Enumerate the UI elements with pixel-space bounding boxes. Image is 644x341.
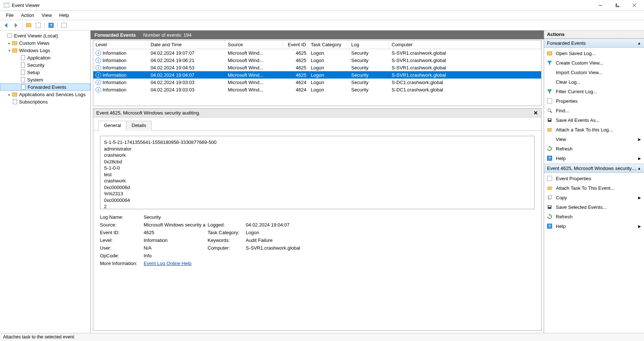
- window-title: Event Viewer: [12, 3, 40, 8]
- col-eventid[interactable]: Event ID: [283, 40, 309, 49]
- info-icon: i: [96, 80, 101, 85]
- tree-log-setup[interactable]: Setup: [0, 69, 90, 76]
- action-item[interactable]: ?Help▶: [544, 153, 644, 163]
- tree-subscriptions[interactable]: Subscriptions: [0, 98, 90, 105]
- action-item[interactable]: Save All Events As...: [544, 115, 644, 125]
- event-detail-panel: Event 4625, Microsoft Windows security a…: [93, 108, 542, 331]
- action-group-forwarded[interactable]: Forwarded Events ▲: [544, 39, 644, 48]
- info-icon: i: [96, 58, 101, 63]
- event-log-online-help-link[interactable]: Event Log Online Help: [144, 261, 191, 266]
- properties-button[interactable]: [34, 21, 42, 29]
- table-row[interactable]: iInformation04.02.2024 19:06:21Microsoft…: [93, 57, 541, 64]
- table-row[interactable]: iInformation04.02.2024 19:04:07Microsoft…: [93, 71, 541, 79]
- table-row[interactable]: iInformation04.02.2024 19:03:03Microsoft…: [93, 79, 541, 86]
- action-icon: [546, 136, 553, 142]
- menu-view[interactable]: View: [38, 11, 55, 19]
- action-icon: [546, 79, 553, 85]
- tab-general[interactable]: General: [98, 121, 126, 131]
- content-header-count: Number of events: 194: [143, 32, 192, 38]
- tree-log-forwarded[interactable]: Forwarded Events: [0, 83, 90, 91]
- svg-rect-10: [7, 34, 12, 37]
- content-header: Forwarded Events Number of events: 194: [91, 30, 544, 39]
- close-detail-icon[interactable]: ✕: [533, 110, 538, 116]
- action-item[interactable]: Open Saved Log...: [544, 48, 644, 58]
- tree-apps-services[interactable]: ▸ Applications and Services Logs: [0, 91, 90, 98]
- collapse-icon[interactable]: ▲: [637, 41, 641, 45]
- action-label: Copy: [556, 195, 567, 200]
- action-item[interactable]: Copy▶: [544, 193, 644, 202]
- tree-log-security[interactable]: Security: [0, 61, 90, 69]
- action-item[interactable]: Clear Log...: [544, 77, 644, 87]
- action-label: Properties: [556, 98, 578, 104]
- action-label: Find...: [556, 108, 569, 113]
- action-group-event[interactable]: Event 4625, Microsoft Windows security a…: [544, 164, 644, 173]
- col-computer[interactable]: Computer: [389, 40, 541, 49]
- svg-rect-1: [4, 3, 9, 4]
- tree-custom-views[interactable]: ▸ Custom Views: [0, 39, 90, 47]
- menu-action[interactable]: Action: [17, 11, 38, 19]
- tree-windows-logs[interactable]: ▾ Windows Logs: [0, 47, 90, 54]
- action-item[interactable]: Attach Task To This Event...: [544, 183, 644, 193]
- tab-details[interactable]: Details: [126, 121, 152, 131]
- action-item[interactable]: Event Properties: [544, 174, 644, 183]
- action-item[interactable]: ?Help▶: [544, 221, 644, 231]
- action-label: Refresh: [556, 214, 573, 220]
- collapse-icon[interactable]: ▲: [637, 166, 641, 170]
- events-table[interactable]: Level Date and Time Source Event ID Task…: [93, 40, 542, 106]
- toolbar: ?: [0, 20, 644, 30]
- col-source[interactable]: Source: [226, 40, 283, 49]
- menu-help[interactable]: Help: [55, 11, 73, 19]
- action-item[interactable]: Find...: [544, 106, 644, 115]
- action-item[interactable]: View▶: [544, 134, 644, 144]
- action-item[interactable]: Refresh: [544, 212, 644, 221]
- back-button[interactable]: [2, 21, 10, 29]
- app-icon: [4, 2, 10, 8]
- table-row[interactable]: iInformation04.02.2024 19:07:07Microsoft…: [93, 49, 541, 57]
- col-log[interactable]: Log: [349, 40, 389, 49]
- action-label: Save Selected Events...: [556, 204, 607, 210]
- info-icon: i: [96, 50, 101, 56]
- col-level[interactable]: Level: [93, 40, 148, 49]
- minimize-button[interactable]: [592, 0, 609, 11]
- action-icon: [546, 69, 553, 76]
- action-item[interactable]: Import Custom View...: [544, 68, 644, 77]
- table-row[interactable]: iInformation04.02.2024 19:04:53Microsoft…: [93, 64, 541, 71]
- actions-header: Actions: [544, 30, 644, 39]
- action-item[interactable]: Filter Current Log...: [544, 87, 644, 96]
- action-item[interactable]: Save Selected Events...: [544, 202, 644, 212]
- table-body[interactable]: iInformation04.02.2024 19:07:07Microsoft…: [93, 49, 541, 106]
- tree-root[interactable]: Event Viewer (Local): [0, 32, 90, 39]
- svg-point-11: [548, 109, 551, 112]
- collapse-icon[interactable]: ▾: [7, 48, 12, 52]
- action-label: Help: [556, 156, 566, 161]
- action-item[interactable]: Create Custom View...: [544, 58, 644, 68]
- forward-button[interactable]: [12, 21, 20, 29]
- close-button[interactable]: [626, 0, 643, 11]
- col-date[interactable]: Date and Time: [148, 40, 226, 49]
- col-taskcat[interactable]: Task Category: [309, 40, 349, 49]
- action-item[interactable]: Attach a Task To this Log...: [544, 125, 644, 134]
- svg-rect-4: [616, 3, 619, 6]
- tree-log-system[interactable]: System: [0, 76, 90, 83]
- show-hide-console-tree-button[interactable]: [25, 21, 33, 29]
- action-icon: [546, 175, 553, 182]
- event-message[interactable]: S-1-5-21-1741355641-1558180958-333087766…: [100, 136, 535, 209]
- help-button[interactable]: ?: [47, 21, 55, 29]
- action-icon: [546, 185, 553, 191]
- menu-file[interactable]: File: [2, 11, 17, 19]
- show-hide-action-pane-button[interactable]: [60, 21, 68, 29]
- expand-icon[interactable]: ▸: [7, 92, 12, 97]
- action-item[interactable]: Refresh: [544, 144, 644, 153]
- action-icon: [546, 107, 553, 114]
- table-header[interactable]: Level Date and Time Source Event ID Task…: [93, 40, 541, 49]
- action-icon: ?: [546, 223, 553, 229]
- expand-icon[interactable]: ▸: [7, 41, 12, 45]
- tree-log-application[interactable]: Application: [0, 54, 90, 61]
- svg-text:?: ?: [50, 23, 53, 28]
- submenu-arrow-icon: ▶: [638, 196, 641, 200]
- navigation-tree[interactable]: Event Viewer (Local) ▸ Custom Views ▾ Wi…: [0, 30, 91, 333]
- table-row[interactable]: iInformation04.02.2024 19:03:03Microsoft…: [93, 86, 541, 93]
- maximize-button[interactable]: [609, 0, 626, 11]
- info-icon: i: [96, 72, 101, 78]
- action-item[interactable]: Properties: [544, 96, 644, 106]
